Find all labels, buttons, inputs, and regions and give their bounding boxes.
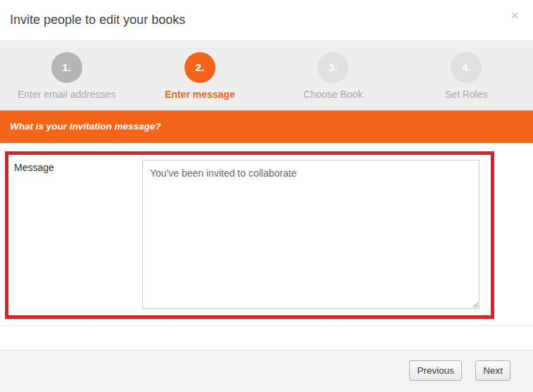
step-4-label: Set Roles bbox=[400, 89, 533, 100]
dialog-header: Invite people to edit your books × bbox=[0, 0, 533, 40]
step-4-circle: 4. bbox=[451, 52, 482, 83]
dialog-title: Invite people to edit your books bbox=[10, 0, 185, 40]
message-textarea[interactable]: You've been invited to collaborate bbox=[142, 160, 479, 309]
step-enter-email-addresses[interactable]: 1. Enter email addresses bbox=[0, 40, 133, 110]
next-button[interactable]: Next bbox=[475, 360, 510, 381]
step-1-label: Enter email addresses bbox=[0, 89, 133, 100]
message-label: Message bbox=[14, 162, 54, 173]
step-set-roles[interactable]: 4. Set Roles bbox=[400, 40, 533, 110]
invite-dialog: Invite people to edit your books × 1. En… bbox=[0, 0, 533, 392]
step-3-label: Choose Book bbox=[267, 89, 400, 100]
dialog-body: Message You've been invited to collabora… bbox=[0, 143, 533, 350]
step-enter-message[interactable]: 2. Enter message bbox=[133, 40, 266, 110]
section-divider bbox=[0, 325, 533, 326]
close-icon[interactable]: × bbox=[505, 6, 525, 25]
step-choose-book[interactable]: 3. Choose Book bbox=[267, 40, 400, 110]
step-1-circle: 1. bbox=[51, 52, 82, 83]
step-2-label: Enter message bbox=[133, 89, 266, 100]
wizard-stepper: 1. Enter email addresses 2. Enter messag… bbox=[0, 40, 533, 110]
dialog-footer: Previous Next bbox=[0, 350, 533, 392]
step-3-circle: 3. bbox=[318, 52, 349, 83]
banner-question-text: What is your invitation message? bbox=[10, 110, 161, 143]
previous-button[interactable]: Previous bbox=[409, 360, 462, 381]
step-2-circle: 2. bbox=[184, 52, 215, 83]
invitation-question-banner: What is your invitation message? bbox=[0, 110, 533, 143]
